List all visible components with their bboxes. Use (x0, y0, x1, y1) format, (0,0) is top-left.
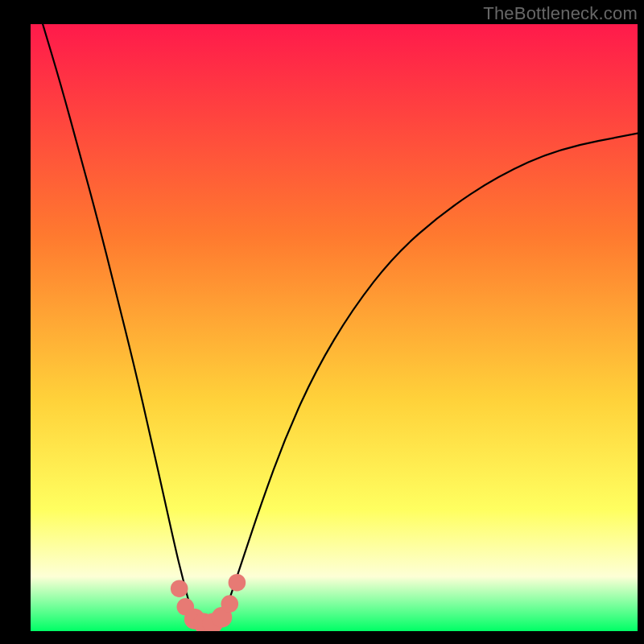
curve-marker (229, 574, 246, 592)
curve-marker (171, 580, 188, 597)
watermark-text: TheBottleneck.com (483, 3, 638, 24)
chart-frame: TheBottleneck.com (0, 0, 644, 644)
bottleneck-chart (31, 24, 638, 631)
gradient-background (31, 24, 638, 631)
curve-marker (221, 595, 239, 613)
